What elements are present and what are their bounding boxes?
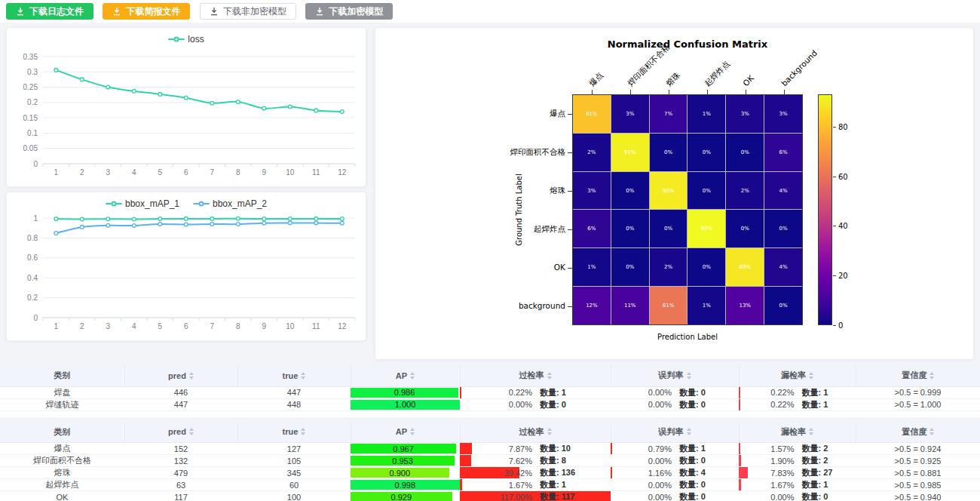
x-tick-label: 9 [262, 168, 267, 177]
rate-percent: 1.57% [757, 444, 795, 453]
download-log-button[interactable]: 下载日志文件 [6, 3, 93, 20]
legend-line-icon [106, 203, 122, 204]
download-report-button[interactable]: 下载简报文件 [103, 3, 190, 20]
rate-percent: 0.22% [757, 400, 795, 409]
bbox_mAP_1-data-point [340, 217, 344, 221]
x-tick-label: 9 [262, 322, 267, 330]
matrix-cell: 4% [764, 172, 802, 210]
sort-carets-icon[interactable] [547, 428, 552, 435]
rate-percent: 7.83% [757, 469, 795, 478]
download-report-label: 下载简报文件 [126, 3, 180, 20]
sort-carets-icon[interactable] [929, 372, 934, 380]
matrix-cell: 61% [650, 287, 688, 324]
matrix-row-label: 起焊炸点 [421, 224, 565, 235]
matrix-column-label: background [779, 48, 819, 88]
x-tick-label: 11 [312, 168, 320, 177]
rate-count: 数量: 136 [540, 467, 576, 478]
column-header-rate1[interactable]: 误判率 [611, 422, 739, 443]
matrix-column-label: OK [740, 72, 756, 88]
matrix-top-tick [746, 90, 746, 94]
rate-count: 数量: 0 [679, 387, 715, 398]
column-header-pred[interactable]: pred [124, 422, 237, 443]
column-header-rate2[interactable]: 漏检率 [739, 365, 856, 386]
cell-miss-rate: 7.83%数量: 27 [739, 467, 856, 479]
column-header-ap[interactable]: AP [351, 365, 460, 386]
matrix-column-label: 起焊炸点 [702, 58, 732, 88]
sort-carets-icon[interactable] [189, 372, 194, 380]
legend-item-bbox-map-2[interactable]: bbox_mAP_2 [193, 198, 267, 209]
bbox_mAP_1-series-line [56, 219, 342, 220]
cell-true: 60 [237, 479, 351, 491]
ap-value-bar: 0.967 [351, 444, 456, 453]
rate-count: 数量: 1 [679, 443, 715, 454]
rate-text: 1.90%数量: 2 [739, 455, 856, 466]
cell-miss-rate: 0.22%数量: 1 [739, 386, 856, 398]
sort-carets-icon[interactable] [929, 428, 934, 435]
map-line-chart: 00.20.40.60.81123456789101112 [7, 211, 367, 337]
bbox_mAP_2-data-point [80, 226, 84, 229]
sort-carets-icon[interactable] [410, 372, 415, 380]
matrix-cell: 0% [688, 134, 725, 171]
y-tick-label: 0.1 [27, 129, 38, 137]
column-header-label: 漏检率 [781, 370, 806, 381]
download-plain-model-button[interactable]: 下载非加密模型 [200, 3, 296, 20]
ap-value-bar: 0.900 [351, 468, 449, 478]
sort-carets-icon[interactable] [410, 428, 415, 435]
x-tick-label: 6 [184, 168, 188, 177]
cell-true: 447 [237, 386, 351, 398]
matrix-cell: 4% [764, 248, 802, 286]
column-header-rate0[interactable]: 过检率 [460, 365, 611, 386]
matrix-cell: 1% [688, 95, 725, 133]
column-header-true[interactable]: true [237, 422, 351, 443]
sort-carets-icon[interactable] [547, 372, 552, 380]
sort-carets-icon[interactable] [687, 428, 691, 435]
sort-carets-icon[interactable] [809, 428, 813, 435]
matrix-cell: 12% [573, 287, 611, 324]
bbox_mAP_1-data-point [106, 217, 110, 221]
matrix-xlabel: Prediction Label [572, 333, 803, 341]
cell-miss-rate: 0.00%数量: 0 [739, 491, 856, 501]
rate-count: 数量: 1 [802, 399, 838, 410]
cell-confidence: >0.5 = 0.924 [856, 443, 980, 455]
cell-ap: 0.986 [351, 386, 460, 398]
column-header-rate0[interactable]: 过检率 [460, 422, 611, 443]
x-tick-label: 11 [312, 322, 320, 330]
rate-percent: 1.67% [757, 481, 795, 490]
rate-percent: 0.22% [757, 388, 795, 397]
sort-carets-icon[interactable] [189, 428, 194, 435]
cell-true: 448 [237, 398, 351, 410]
column-header-rate1[interactable]: 误判率 [611, 365, 739, 386]
x-tick-label: 3 [106, 168, 111, 177]
bbox_mAP_1-data-point [288, 217, 292, 221]
matrix-cell: 93% [688, 210, 725, 247]
matrix-left-tick [568, 191, 572, 192]
column-header-label: 漏检率 [781, 426, 806, 438]
rate-count: 数量: 2 [802, 443, 838, 454]
bbox_mAP_2-data-point [184, 223, 188, 226]
bbox_mAP_2-data-point [54, 232, 58, 235]
matrix-cell: 0% [688, 172, 725, 210]
column-header-rate2[interactable]: 漏检率 [739, 422, 856, 443]
download-log-label: 下载日志文件 [29, 3, 84, 20]
legend-item-bbox-map-1[interactable]: bbox_mAP_1 [106, 198, 179, 209]
x-tick-label: 7 [210, 168, 215, 177]
column-header-conf[interactable]: 置信度 [856, 422, 980, 443]
column-header-true[interactable]: true [237, 365, 351, 386]
legend-item-loss[interactable]: loss [168, 34, 204, 45]
rate-text: 1.67%数量: 1 [460, 479, 611, 490]
column-header-label: 过检率 [519, 370, 544, 381]
matrix-cell: 7% [650, 95, 688, 133]
sort-carets-icon[interactable] [687, 372, 691, 380]
column-header-ap[interactable]: AP [351, 422, 460, 443]
sort-carets-icon[interactable] [809, 372, 813, 380]
column-header-pred[interactable]: pred [124, 365, 237, 386]
sort-carets-icon[interactable] [301, 428, 305, 435]
matrix-cell: 0% [726, 134, 764, 171]
sort-carets-icon[interactable] [301, 372, 305, 380]
bbox_mAP_2-data-point [262, 221, 266, 225]
column-header-conf[interactable]: 置信度 [856, 365, 980, 386]
download-encrypted-model-button[interactable]: 下载加密模型 [305, 3, 393, 20]
matrix-cell: 3% [573, 172, 611, 210]
matrix-cell: 11% [611, 287, 649, 324]
rate-text: 0.22%数量: 1 [739, 399, 856, 410]
